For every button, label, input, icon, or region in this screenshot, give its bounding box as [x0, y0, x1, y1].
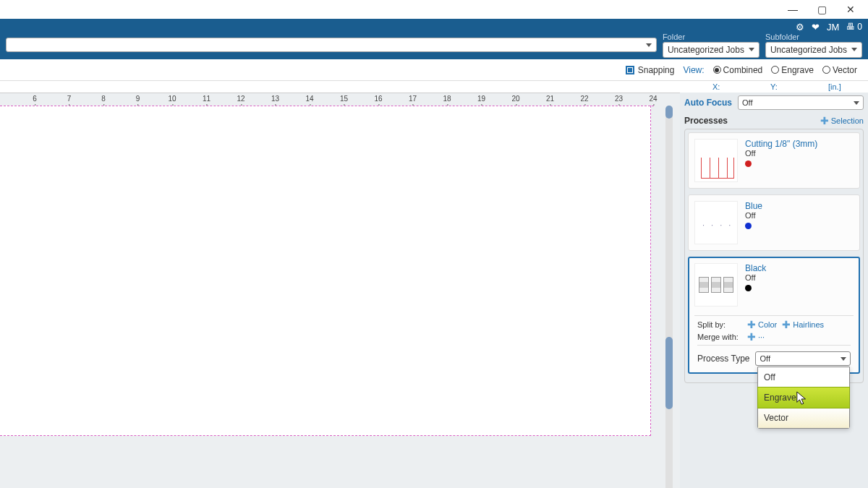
view-vector-radio[interactable]: Vector: [822, 65, 857, 75]
right-panel: Auto Focus Off Processes ✚ Selection Cut…: [680, 93, 868, 488]
ruler-tick: 14: [305, 95, 313, 103]
ruler-tick: 6: [33, 95, 37, 103]
process-type-dropdown[interactable]: Off Off Engrave Vector: [755, 351, 851, 366]
process-type-label: Process Type: [697, 354, 749, 364]
chevron-down-icon: [851, 48, 857, 51]
scrollbar-thumb[interactable]: [665, 337, 673, 409]
ruler-tick: 24: [649, 95, 657, 103]
subfolder-dropdown[interactable]: Uncategorized Jobs: [765, 42, 862, 58]
ruler-tick: 13: [271, 95, 279, 103]
folder-dropdown[interactable]: Uncategorized Jobs: [663, 42, 760, 58]
chevron-down-icon: [841, 357, 846, 361]
snapping-label: Snapping: [638, 65, 675, 75]
process-status: Off: [745, 273, 854, 282]
process-type-value: Off: [760, 354, 770, 363]
user-initials[interactable]: JM: [827, 22, 839, 33]
ruler-tick: 22: [580, 95, 588, 103]
process-status: Off: [745, 149, 854, 158]
process-status: Off: [745, 211, 854, 220]
view-combined-radio[interactable]: Combined: [713, 65, 763, 75]
coord-x: X:: [712, 82, 741, 91]
horizontal-ruler: 6789101112131415161718192021222324: [0, 93, 680, 106]
job-selector-bar: Folder Uncategorized Jobs Subfolder Unca…: [0, 35, 868, 55]
cursor-icon: [796, 390, 809, 406]
main-area: 6789101112131415161718192021222324 Auto …: [0, 93, 868, 488]
autofocus-dropdown[interactable]: Off: [738, 95, 864, 110]
chevron-down-icon: [749, 48, 754, 51]
window-minimize-button[interactable]: —: [778, 0, 807, 19]
radio-icon: [771, 66, 779, 74]
autofocus-row: Auto Focus Off: [684, 95, 864, 110]
ruler-tick: 10: [168, 95, 176, 103]
process-card-black[interactable]: Black Off Split by: ✚Color ✚Hairlines Me…: [688, 257, 860, 374]
printer-icon: 🖶: [846, 22, 855, 32]
add-selection-button[interactable]: ✚ Selection: [820, 116, 864, 125]
ruler-tick: 17: [409, 95, 417, 103]
radio-icon: [822, 66, 830, 74]
coordinate-readout: X: Y: [in.]: [0, 81, 868, 93]
autofocus-value: Off: [742, 98, 752, 107]
split-hairlines-button[interactable]: ✚Hairlines: [782, 320, 824, 329]
vertical-scrollbar[interactable]: [665, 106, 673, 488]
view-engrave-label: Engrave: [781, 65, 814, 75]
job-dropdown[interactable]: [6, 38, 657, 52]
ruler-tick: 9: [136, 95, 140, 103]
status-icon[interactable]: ❤: [812, 22, 820, 33]
ruler-tick: 23: [615, 95, 623, 103]
view-engrave-radio[interactable]: Engrave: [771, 65, 814, 75]
ruler-tick: 21: [546, 95, 554, 103]
option-off[interactable]: Off: [758, 367, 849, 388]
autofocus-label: Auto Focus: [684, 98, 732, 108]
color-swatch: [745, 285, 752, 291]
artboard: [0, 106, 651, 436]
ruler-tick: 11: [203, 95, 210, 103]
subfolder-value: Uncategorized Jobs: [770, 45, 847, 55]
process-detail: Split by: ✚Color ✚Hairlines Merge with: …: [694, 315, 854, 367]
window-titlebar: — ▢ ✕: [0, 0, 868, 19]
process-thumbnail: [694, 139, 738, 182]
print-queue-badge[interactable]: 🖶 0: [846, 22, 862, 32]
folder-label: Folder: [663, 33, 685, 41]
process-type-row: Process Type Off Off Engrave Vector: [697, 351, 851, 366]
process-name: Black: [745, 263, 854, 273]
process-name: Blue: [745, 201, 854, 211]
ruler-tick: 15: [340, 95, 348, 103]
ruler-tick: 12: [237, 95, 244, 103]
option-engrave-label: Engrave: [764, 393, 796, 403]
window-close-button[interactable]: ✕: [836, 0, 865, 19]
processes-header: Processes ✚ Selection: [684, 116, 864, 126]
split-by-label: Split by:: [697, 320, 742, 329]
folder-value: Uncategorized Jobs: [668, 45, 744, 55]
split-color-button[interactable]: ✚Color: [747, 320, 777, 329]
gear-icon[interactable]: ⚙: [796, 22, 804, 33]
option-engrave[interactable]: Engrave: [757, 387, 850, 408]
process-thumbnail: [694, 201, 738, 244]
subfolder-label: Subfolder: [765, 33, 799, 41]
window-maximize-button[interactable]: ▢: [807, 0, 836, 19]
view-options-bar: Snapping View: Combined Engrave Vector: [0, 59, 868, 81]
option-vector[interactable]: Vector: [758, 408, 849, 428]
view-vector-label: Vector: [833, 65, 857, 75]
chevron-down-icon: [854, 101, 859, 105]
snapping-toggle[interactable]: Snapping: [626, 65, 675, 75]
checkbox-icon: [626, 66, 634, 74]
ruler-tick: 16: [374, 95, 382, 103]
plus-icon: ✚: [747, 333, 756, 341]
process-list: Cutting 1/8" (3mm) Off Blue Off: [684, 129, 864, 383]
merge-button[interactable]: ✚···: [747, 333, 765, 341]
chevron-down-icon: [646, 43, 652, 47]
process-card-blue[interactable]: Blue Off: [688, 194, 860, 251]
split-hairlines-label: Hairlines: [793, 320, 824, 329]
process-name: Cutting 1/8" (3mm): [745, 139, 854, 149]
canvas-viewport[interactable]: [0, 106, 680, 488]
selection-label: Selection: [831, 116, 864, 125]
scrollbar-thumb-top[interactable]: [665, 106, 673, 119]
radio-icon: [713, 66, 721, 74]
merge-dots: ···: [758, 333, 765, 341]
ruler-tick: 19: [477, 95, 485, 103]
coord-y: Y:: [770, 82, 799, 91]
plus-icon: ✚: [782, 321, 791, 329]
process-card-cutting[interactable]: Cutting 1/8" (3mm) Off: [688, 132, 860, 189]
color-swatch: [745, 160, 752, 167]
merge-with-label: Merge with:: [697, 333, 742, 341]
